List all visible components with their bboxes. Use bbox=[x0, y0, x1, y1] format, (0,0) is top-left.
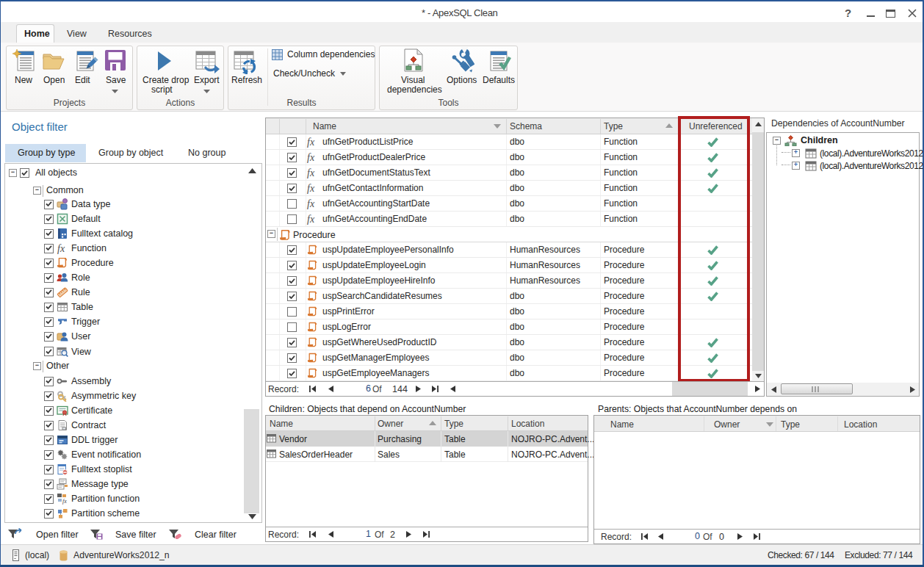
svg-text:fx: fx bbox=[57, 243, 65, 254]
svg-text:fx: fx bbox=[62, 498, 67, 505]
